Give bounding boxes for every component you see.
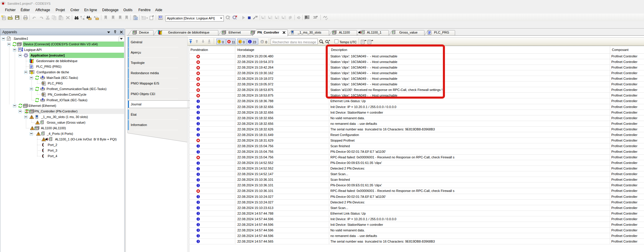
svg-text:B: B xyxy=(83,18,85,20)
svg-text:A: A xyxy=(80,16,82,18)
svg-text:A: A xyxy=(94,16,96,18)
svg-text:D: D xyxy=(261,40,264,43)
svg-text:E: E xyxy=(239,40,241,43)
